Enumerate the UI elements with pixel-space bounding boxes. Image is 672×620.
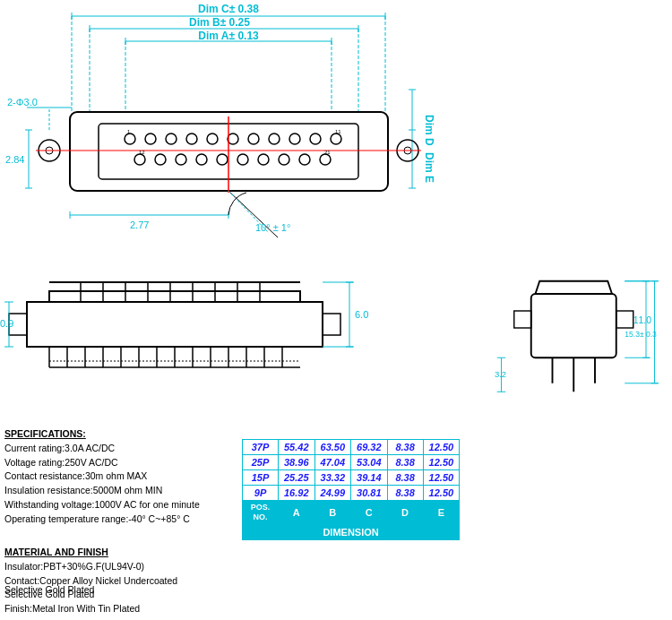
svg-point-35 [176, 154, 186, 165]
svg-rect-112 [531, 294, 616, 357]
spec-table: 37P 55.42 63.50 69.32 8.38 12.50 25P 38.… [242, 439, 460, 540]
material-title: MATERIAL AND FINISH [4, 546, 237, 560]
bottom-left-diagram-svg: 6.0 0.9 [0, 264, 376, 426]
table-header-row: POS.NO. A B C D E [243, 501, 460, 525]
svg-text:Dim E: Dim E [423, 152, 435, 183]
spec-line-4: Insulation resistance:5000M ohm MIN [4, 484, 237, 498]
svg-point-26 [207, 133, 218, 144]
col-c: C [351, 501, 388, 525]
val-9p-c: 30.81 [351, 486, 388, 501]
gold-plated-label: Selective Gold Plated [4, 584, 94, 595]
material-line-1: Insulator:PBT+30%G.F(UL94V-0) [4, 560, 237, 574]
svg-point-41 [299, 154, 310, 165]
svg-text:2.77: 2.77 [130, 220, 149, 230]
svg-point-31 [310, 133, 321, 144]
top-diagram-svg: Dim C± 0.38 Dim B± 0.25 Dim A± 0.13 Dim … [0, 0, 672, 269]
table-row-25p: 25P 38.96 47.04 53.04 8.38 12.50 [243, 455, 460, 470]
svg-text:12: 12 [139, 150, 145, 155]
svg-text:Dim C± 0.38: Dim C± 0.38 [198, 3, 259, 15]
svg-point-36 [196, 154, 207, 165]
svg-point-32 [331, 133, 341, 144]
svg-text:11.0: 11.0 [633, 315, 652, 325]
specs-title: SPECIFICATIONS: [4, 427, 237, 442]
pos-15p: 15P [243, 470, 279, 486]
svg-text:2.84: 2.84 [5, 154, 24, 165]
svg-point-28 [248, 133, 259, 144]
val-25p-b: 47.04 [314, 455, 351, 470]
val-37p-a: 55.42 [279, 440, 315, 455]
svg-text:0.9: 0.9 [0, 318, 13, 329]
val-15p-b: 33.32 [314, 470, 351, 486]
bottom-right-diagram-svg: 11.0 3.2 15.3± 0.3 [493, 264, 663, 426]
val-37p-e: 12.50 [423, 440, 460, 455]
svg-rect-72 [49, 291, 300, 302]
table-dim-row: DIMENSION [243, 524, 460, 539]
svg-point-27 [228, 133, 238, 144]
val-25p-a: 38.96 [279, 455, 315, 470]
pos-9p: 9P [243, 486, 279, 501]
col-d: D [387, 501, 423, 525]
svg-text:10° ± 1°: 10° ± 1° [255, 222, 290, 233]
pos-header: POS.NO. [243, 501, 279, 525]
table-row-9p: 9P 16.92 24.99 30.81 8.38 12.50 [243, 486, 460, 501]
col-a: A [279, 501, 315, 525]
svg-point-29 [269, 133, 280, 144]
main-container: Dim C± 0.38 Dim B± 0.25 Dim A± 0.13 Dim … [0, 0, 672, 620]
svg-point-24 [166, 133, 177, 144]
val-15p-d: 8.38 [387, 470, 423, 486]
material-line-4: Finish:Metal Iron With Tin Plated [4, 602, 237, 616]
svg-point-37 [217, 154, 228, 165]
val-15p-e: 12.50 [423, 470, 460, 486]
svg-point-23 [145, 133, 156, 144]
table-row-15p: 15P 25.25 33.32 39.14 8.38 12.50 [243, 470, 460, 486]
svg-rect-115 [616, 311, 633, 328]
svg-point-42 [320, 154, 331, 165]
val-25p-e: 12.50 [423, 455, 460, 470]
svg-text:Dim D: Dim D [423, 115, 435, 146]
pos-37p: 37P [243, 440, 279, 455]
val-9p-e: 12.50 [423, 486, 460, 501]
svg-point-38 [237, 154, 248, 165]
spec-line-1: Current rating:3.0A AC/DC [4, 442, 237, 456]
svg-marker-113 [536, 281, 613, 294]
svg-point-22 [125, 133, 135, 144]
svg-text:3.2: 3.2 [495, 369, 506, 379]
svg-text:6.0: 6.0 [355, 309, 368, 320]
svg-point-39 [258, 154, 269, 165]
val-37p-d: 8.38 [387, 440, 423, 455]
svg-rect-85 [323, 314, 340, 335]
svg-text:15.3± 0.3: 15.3± 0.3 [625, 330, 657, 339]
svg-text:11: 11 [335, 129, 341, 134]
spec-line-3: Contact resistance:30m ohm MAX [4, 469, 237, 484]
pos-25p: 25P [243, 455, 279, 470]
val-15p-c: 39.14 [351, 470, 388, 486]
val-25p-d: 8.38 [387, 455, 423, 470]
svg-text:2-Φ3.0: 2-Φ3.0 [7, 97, 38, 108]
val-25p-c: 53.04 [351, 455, 388, 470]
val-37p-c: 69.32 [351, 440, 388, 455]
spec-line-6: Operating temperature range:-40° C~+85° … [4, 512, 237, 527]
svg-point-34 [155, 154, 166, 165]
svg-text:Dim B± 0.25: Dim B± 0.25 [189, 16, 250, 29]
svg-rect-83 [27, 302, 323, 347]
svg-text:Dim A± 0.13: Dim A± 0.13 [198, 30, 259, 42]
svg-point-25 [186, 133, 197, 144]
svg-point-40 [279, 154, 289, 165]
spec-line-2: Voltage rating:250V AC/DC [4, 456, 237, 470]
col-e: E [423, 501, 460, 525]
col-b: B [314, 501, 351, 525]
svg-text:21: 21 [324, 150, 331, 155]
val-37p-b: 63.50 [314, 440, 351, 455]
svg-point-30 [289, 133, 300, 144]
svg-rect-114 [514, 311, 531, 328]
val-9p-b: 24.99 [314, 486, 351, 501]
val-15p-a: 25.25 [279, 470, 315, 486]
table-row-37p: 37P 55.42 63.50 69.32 8.38 12.50 [243, 440, 460, 455]
val-9p-d: 8.38 [387, 486, 423, 501]
dim-label: DIMENSION [243, 524, 460, 539]
svg-point-33 [134, 154, 145, 165]
spec-line-5: Withstanding voltage:1000V AC for one mi… [4, 498, 237, 512]
val-9p-a: 16.92 [279, 486, 315, 501]
